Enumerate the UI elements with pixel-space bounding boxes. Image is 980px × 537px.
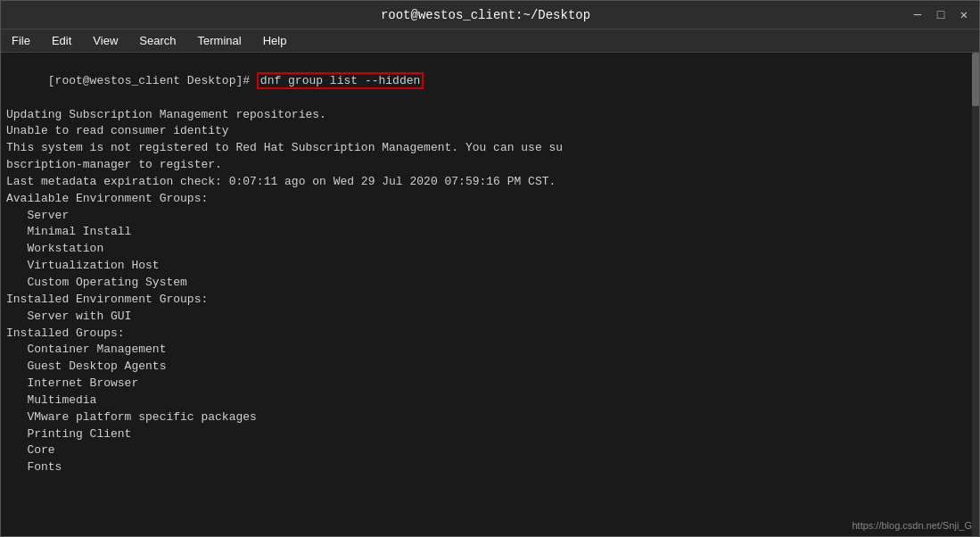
terminal-output[interactable]: [root@westos_client Desktop]# dnf group … [1, 53, 979, 536]
output-line-6: Available Environment Groups: [6, 191, 974, 208]
output-line-16: Guest Desktop Agents [6, 359, 974, 376]
command-text: dnf group list --hidden [257, 72, 424, 89]
menu-terminal[interactable]: Terminal [194, 33, 245, 48]
window-controls: ─ □ ✕ [910, 7, 972, 22]
menu-view[interactable]: View [89, 33, 121, 48]
scrollbar-thumb[interactable] [972, 53, 979, 106]
shell-prompt: [root@westos_client Desktop]# [48, 74, 257, 87]
title-bar: root@westos_client:~/Desktop ─ □ ✕ [1, 1, 979, 29]
output-line-17: Internet Browser [6, 376, 974, 392]
output-line-20: Printing Client [6, 426, 974, 443]
output-line-4: bscription-manager to register. [6, 157, 974, 174]
output-line-15: Container Management [6, 342, 974, 359]
output-line-19: VMware platform specific packages [6, 409, 974, 426]
output-line-8: Minimal Install [6, 224, 974, 241]
watermark: https://blog.csdn.net/Snji_G [852, 520, 972, 531]
output-line-22: Fonts [6, 459, 974, 476]
terminal-window: root@westos_client:~/Desktop ─ □ ✕ File … [0, 0, 980, 537]
menu-help[interactable]: Help [259, 33, 291, 48]
menu-bar: File Edit View Search Terminal Help [1, 29, 979, 53]
output-line-12: Installed Environment Groups: [6, 292, 974, 309]
output-line-10: Virtualization Host [6, 258, 974, 275]
output-line-14: Installed Groups: [6, 326, 974, 343]
output-line-7: Server [6, 208, 974, 225]
output-line-2: Unable to read consumer identity [6, 123, 974, 140]
output-line-21: Core [6, 442, 974, 459]
menu-search[interactable]: Search [136, 33, 179, 48]
menu-edit[interactable]: Edit [48, 33, 75, 48]
output-line-13: Server with GUI [6, 309, 974, 326]
output-line-9: Workstation [6, 241, 974, 258]
output-line-3: This system is not registered to Red Hat… [6, 140, 974, 157]
menu-file[interactable]: File [8, 33, 34, 48]
output-line-5: Last metadata expiration check: 0:07:11 … [6, 174, 974, 191]
output-line-11: Custom Operating System [6, 275, 974, 292]
minimize-button[interactable]: ─ [910, 8, 926, 22]
maximize-button[interactable]: □ [933, 8, 949, 22]
command-line: [root@westos_client Desktop]# dnf group … [6, 56, 974, 107]
close-button[interactable]: ✕ [956, 7, 972, 22]
output-line-18: Multimedia [6, 392, 974, 409]
scrollbar[interactable] [972, 53, 979, 536]
window-title: root@westos_client:~/Desktop [62, 8, 910, 22]
output-line-1: Updating Subscription Management reposit… [6, 107, 974, 124]
